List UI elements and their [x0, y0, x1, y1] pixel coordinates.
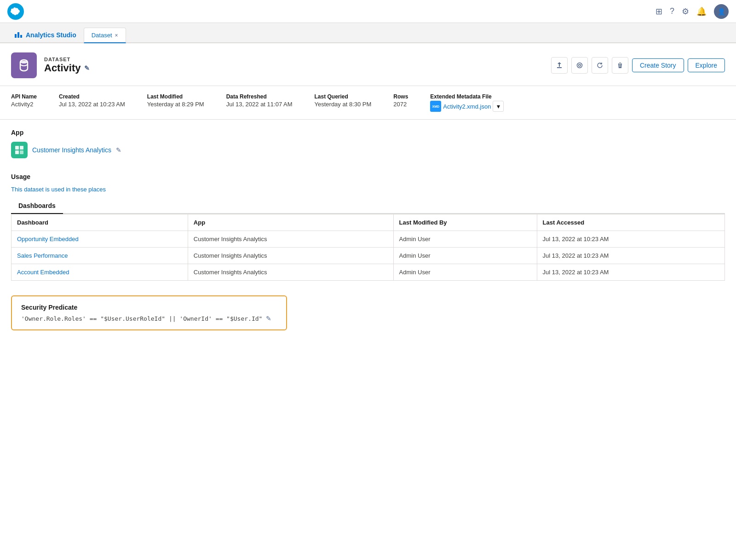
bar-chart-icon — [15, 32, 22, 38]
last-modified-label: Last Modified — [147, 93, 204, 100]
app-name-link[interactable]: Customer Insights Analytics — [32, 146, 111, 154]
meta-api-name: API Name Activity2 — [11, 93, 37, 112]
last-accessed-cell: Jul 13, 2022 at 10:23 AM — [537, 231, 724, 248]
last-accessed-cell: Jul 13, 2022 at 10:23 AM — [537, 264, 724, 281]
modified-by-cell: Admin User — [393, 264, 537, 281]
dashboard-link[interactable]: Sales Performance — [17, 252, 68, 259]
tab-close-icon[interactable]: × — [115, 32, 118, 39]
meta-rows: Rows 2072 — [393, 93, 408, 112]
col-modified-by: Last Modified By — [393, 214, 537, 231]
analytics-studio-label: Analytics Studio — [26, 31, 76, 39]
app-section: App Customer Insights Analytics ✎ — [11, 129, 725, 158]
rows-label: Rows — [393, 93, 408, 100]
app-section-title: App — [11, 129, 725, 136]
title-edit-icon[interactable]: ✎ — [84, 64, 90, 72]
security-predicate-code: 'Owner.Role.Roles' == "$User.UserRoleId"… — [21, 315, 262, 322]
nav-right: ⊞ ? ⚙ 🔔 👤 — [656, 4, 729, 19]
api-name-value: Activity2 — [11, 101, 37, 108]
app-edit-icon[interactable]: ✎ — [116, 146, 121, 154]
dashboard-link[interactable]: Opportunity Embedded — [17, 236, 79, 242]
help-icon[interactable]: ? — [670, 6, 674, 16]
delete-button[interactable] — [612, 57, 628, 74]
last-queried-label: Last Queried — [315, 93, 372, 100]
security-predicate-value: 'Owner.Role.Roles' == "$User.UserRoleId"… — [21, 315, 277, 322]
table-header: Dashboard App Last Modified By Last Acce… — [12, 214, 725, 231]
content-body: App Customer Insights Analytics ✎ Usage … — [0, 120, 736, 340]
meta-last-modified: Last Modified Yesterday at 8:29 PM — [147, 93, 204, 112]
dataset-info: DATASET Activity ✎ — [44, 57, 90, 74]
main-content: DATASET Activity ✎ — [0, 43, 736, 560]
meta-data-refreshed: Data Refreshed Jul 13, 2022 at 11:07 AM — [226, 93, 293, 112]
meta-info: API Name Activity2 Created Jul 13, 2022 … — [0, 86, 736, 120]
modified-by-cell: Admin User — [393, 231, 537, 248]
usage-section-title: Usage — [11, 173, 725, 180]
dataset-header-left: DATASET Activity ✎ — [11, 52, 90, 78]
api-name-label: API Name — [11, 93, 37, 100]
xmd-file-icon: XMD — [430, 101, 441, 112]
usage-description[interactable]: This dataset is used in these places — [11, 186, 725, 193]
grid-icon[interactable]: ⊞ — [656, 6, 662, 17]
meta-created: Created Jul 13, 2022 at 10:23 AM — [59, 93, 125, 112]
security-predicate-title: Security Predicate — [21, 304, 277, 311]
create-story-button[interactable]: Create Story — [632, 58, 684, 72]
usage-section: Usage This dataset is used in these plac… — [11, 173, 725, 281]
dataset-icon-box — [11, 52, 37, 78]
salesforce-logo[interactable] — [7, 3, 24, 20]
app-cell: Customer Insights Analytics — [188, 231, 393, 248]
tab-bar: Analytics Studio Dataset × — [0, 23, 736, 43]
dataset-label: DATASET — [44, 57, 90, 62]
data-refreshed-label: Data Refreshed — [226, 93, 293, 100]
security-predicate-edit-icon[interactable]: ✎ — [266, 315, 271, 322]
meta-last-queried: Last Queried Yesterday at 8:30 PM — [315, 93, 372, 112]
upload-button[interactable] — [551, 57, 568, 74]
rows-value: 2072 — [393, 101, 408, 108]
svg-rect-3 — [15, 150, 19, 154]
dataset-tab[interactable]: Dataset × — [84, 28, 126, 43]
app-item: Customer Insights Analytics ✎ — [11, 142, 725, 158]
dataset-header: DATASET Activity ✎ — [0, 43, 736, 86]
usage-table: Dashboard App Last Modified By Last Acce… — [11, 214, 725, 281]
extended-metadata-label: Extended Metadata File — [430, 93, 504, 100]
table-body: Opportunity EmbeddedCustomer Insights An… — [12, 231, 725, 281]
explore-button[interactable]: Explore — [688, 58, 725, 72]
xmd-file-container: XMD Activity2.xmd.json ▾ — [430, 101, 504, 112]
notifications-icon[interactable]: 🔔 — [696, 6, 707, 17]
last-accessed-cell: Jul 13, 2022 at 10:23 AM — [537, 248, 724, 264]
created-value: Jul 13, 2022 at 10:23 AM — [59, 101, 125, 108]
col-dashboard: Dashboard — [12, 214, 188, 231]
last-queried-value: Yesterday at 8:30 PM — [315, 101, 372, 108]
usage-tabs: Dashboards — [11, 198, 725, 214]
dashboard-cell: Account Embedded — [12, 264, 188, 281]
last-modified-value: Yesterday at 8:29 PM — [147, 101, 204, 108]
xmd-filename[interactable]: Activity2.xmd.json — [443, 103, 491, 110]
svg-rect-1 — [15, 146, 19, 150]
dataset-tab-label: Dataset — [92, 32, 112, 39]
security-predicate-box: Security Predicate 'Owner.Role.Roles' ==… — [11, 295, 287, 330]
table-row: Sales PerformanceCustomer Insights Analy… — [12, 248, 725, 264]
meta-extended-metadata: Extended Metadata File XMD Activity2.xmd… — [430, 93, 504, 112]
data-refreshed-value: Jul 13, 2022 at 11:07 AM — [226, 101, 293, 108]
table-row: Opportunity EmbeddedCustomer Insights An… — [12, 231, 725, 248]
refresh-button[interactable] — [592, 57, 608, 74]
dataset-settings-button[interactable] — [571, 57, 588, 74]
analytics-studio-tab[interactable]: Analytics Studio — [7, 28, 84, 42]
user-avatar[interactable]: 👤 — [714, 4, 729, 19]
dashboard-cell: Opportunity Embedded — [12, 231, 188, 248]
dashboard-cell: Sales Performance — [12, 248, 188, 264]
top-nav: ⊞ ? ⚙ 🔔 👤 — [0, 0, 736, 23]
table-row: Account EmbeddedCustomer Insights Analyt… — [12, 264, 725, 281]
modified-by-cell: Admin User — [393, 248, 537, 264]
col-last-accessed: Last Accessed — [537, 214, 724, 231]
dashboards-tab[interactable]: Dashboards — [11, 198, 63, 214]
svg-rect-2 — [20, 146, 23, 150]
xmd-dropdown-button[interactable]: ▾ — [493, 101, 504, 112]
dataset-header-right: Create Story Explore — [551, 57, 725, 74]
app-icon-box — [11, 142, 28, 158]
settings-icon[interactable]: ⚙ — [682, 6, 689, 17]
col-app: App — [188, 214, 393, 231]
created-label: Created — [59, 93, 125, 100]
nav-left — [7, 3, 24, 20]
svg-rect-4 — [20, 150, 23, 154]
dashboard-link[interactable]: Account Embedded — [17, 269, 69, 276]
svg-point-0 — [20, 61, 28, 64]
